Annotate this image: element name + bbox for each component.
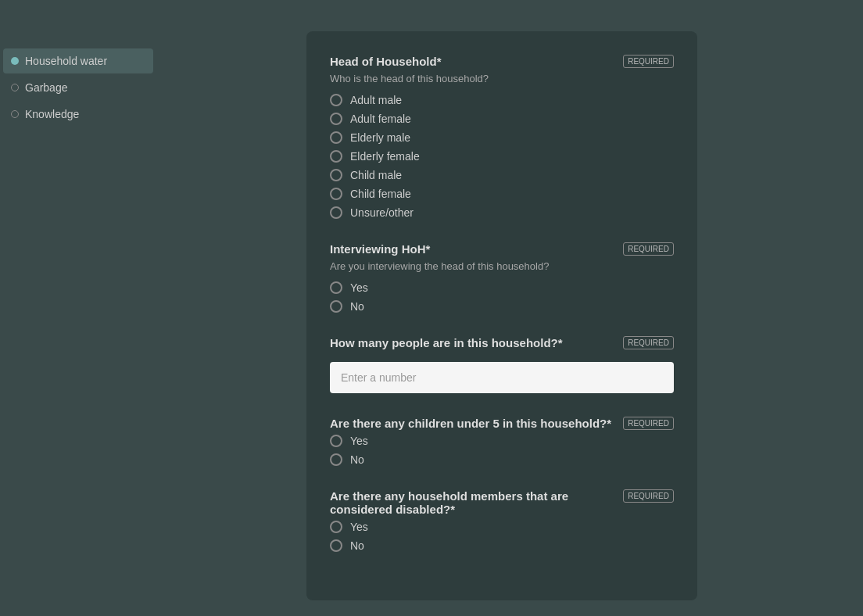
main-content: Head of Household*REQUIREDWho is the hea… [156, 31, 863, 600]
form-section-household-count: How many people are in this household?*R… [330, 336, 674, 393]
radio-circle [330, 539, 342, 552]
radio-label: Elderly male [350, 131, 410, 144]
radio-option[interactable]: Unsure/other [330, 206, 674, 219]
section-header-household-count: How many people are in this household?*R… [330, 336, 674, 349]
number-input-household-count[interactable] [330, 362, 674, 393]
section-title-interviewing-hoh: Interviewing HoH* [330, 242, 430, 256]
radio-option[interactable]: Child male [330, 169, 674, 181]
radio-circle [330, 94, 342, 106]
sidebar: Household waterGarbageKnowledge [0, 31, 156, 600]
sidebar-dot-garbage [11, 84, 19, 91]
section-subtitle-head-of-household: Who is the head of this household? [330, 73, 674, 84]
sidebar-dot-household-water [11, 57, 19, 65]
sidebar-dot-knowledge [11, 110, 19, 118]
radio-option[interactable]: Child female [330, 188, 674, 200]
radio-option[interactable]: Adult male [330, 94, 674, 106]
radio-option[interactable]: Elderly male [330, 131, 674, 144]
radio-group-children-under-5: YesNo [330, 435, 674, 466]
radio-label: Yes [350, 281, 368, 294]
sidebar-item-label: Garbage [25, 81, 67, 94]
required-badge-children-under-5: REQUIRED [623, 417, 674, 430]
radio-group-interviewing-hoh: YesNo [330, 281, 674, 313]
radio-label: Yes [350, 435, 368, 447]
radio-label: Adult female [350, 113, 411, 125]
radio-group-head-of-household: Adult maleAdult femaleElderly maleElderl… [330, 94, 674, 219]
section-header-disabled-members: Are there any household members that are… [330, 489, 674, 516]
page-title [0, 0, 863, 31]
radio-label: Adult male [350, 94, 402, 106]
section-header-interviewing-hoh: Interviewing HoH*REQUIRED [330, 242, 674, 256]
radio-circle [330, 150, 342, 163]
radio-option[interactable]: Yes [330, 435, 674, 447]
form-section-head-of-household: Head of Household*REQUIREDWho is the hea… [330, 55, 674, 219]
radio-circle [330, 453, 342, 466]
radio-circle [330, 131, 342, 144]
required-badge-disabled-members: REQUIRED [623, 489, 674, 503]
radio-circle [330, 206, 342, 219]
radio-option[interactable]: Adult female [330, 113, 674, 125]
form-section-disabled-members: Are there any household members that are… [330, 489, 674, 552]
form-card: Head of Household*REQUIREDWho is the hea… [306, 31, 697, 600]
section-title-disabled-members: Are there any household members that are… [330, 489, 623, 516]
radio-circle [330, 435, 342, 447]
radio-group-disabled-members: YesNo [330, 521, 674, 552]
radio-label: Child female [350, 188, 411, 200]
form-section-children-under-5: Are there any children under 5 in this h… [330, 417, 674, 466]
radio-option[interactable]: No [330, 300, 674, 313]
radio-circle [330, 300, 342, 313]
radio-circle [330, 113, 342, 125]
required-badge-household-count: REQUIRED [623, 336, 674, 349]
radio-option[interactable]: Elderly female [330, 150, 674, 163]
sidebar-item-household-water[interactable]: Household water [3, 48, 153, 73]
section-title-household-count: How many people are in this household?* [330, 336, 563, 349]
radio-circle [330, 169, 342, 181]
radio-label: No [350, 453, 364, 466]
radio-circle [330, 188, 342, 200]
sidebar-item-label: Household water [25, 55, 107, 67]
radio-option[interactable]: No [330, 539, 674, 552]
radio-circle [330, 521, 342, 533]
section-header-head-of-household: Head of Household*REQUIRED [330, 55, 674, 68]
radio-label: Child male [350, 169, 402, 181]
radio-label: Elderly female [350, 150, 420, 163]
section-title-head-of-household: Head of Household* [330, 55, 442, 68]
required-badge-head-of-household: REQUIRED [623, 55, 674, 68]
radio-label: No [350, 300, 364, 313]
section-title-children-under-5: Are there any children under 5 in this h… [330, 417, 611, 430]
jump-to-label [0, 39, 156, 47]
form-section-interviewing-hoh: Interviewing HoH*REQUIREDAre you intervi… [330, 242, 674, 313]
radio-label: Unsure/other [350, 206, 414, 219]
sidebar-item-label: Knowledge [25, 108, 79, 120]
radio-option[interactable]: Yes [330, 521, 674, 533]
radio-option[interactable]: No [330, 453, 674, 466]
radio-option[interactable]: Yes [330, 281, 674, 294]
radio-label: Yes [350, 521, 368, 533]
section-subtitle-interviewing-hoh: Are you interviewing the head of this ho… [330, 260, 674, 272]
sidebar-item-knowledge[interactable]: Knowledge [3, 102, 153, 127]
required-badge-interviewing-hoh: REQUIRED [623, 242, 674, 256]
radio-label: No [350, 539, 364, 552]
section-header-children-under-5: Are there any children under 5 in this h… [330, 417, 674, 430]
sidebar-item-garbage[interactable]: Garbage [3, 75, 153, 100]
radio-circle [330, 281, 342, 294]
